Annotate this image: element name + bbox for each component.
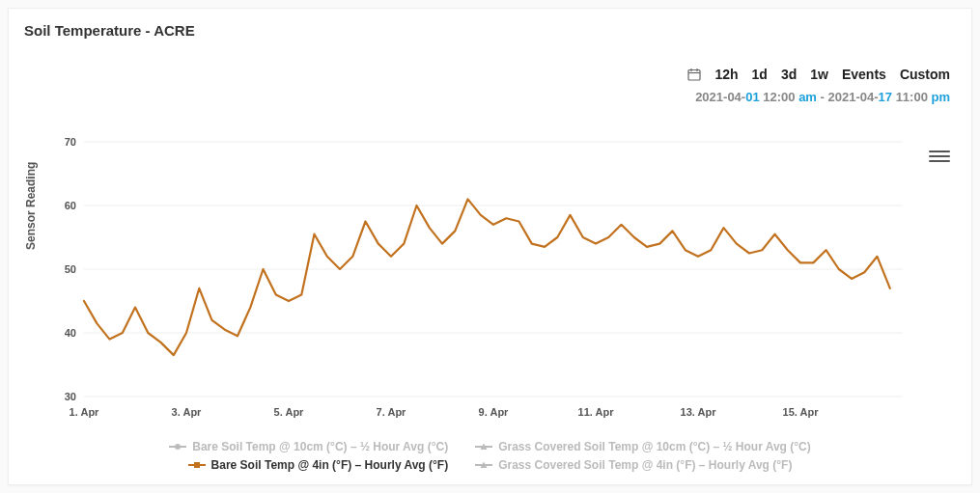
x-tick-label: 11. Apr bbox=[578, 406, 615, 418]
x-tick-label: 5. Apr bbox=[274, 406, 304, 418]
legend-swatch-icon bbox=[475, 442, 492, 452]
chart-menu-button[interactable] bbox=[929, 146, 950, 167]
legend-item[interactable]: Grass Covered Soil Temp @ 4in (°F) – Hou… bbox=[475, 456, 792, 475]
legend-swatch-icon bbox=[188, 460, 206, 470]
svg-point-10 bbox=[175, 444, 181, 450]
y-tick-label: 60 bbox=[65, 200, 76, 211]
x-tick-label: 15. Apr bbox=[783, 406, 820, 418]
x-tick-label: 3. Apr bbox=[172, 406, 202, 418]
date-to-day[interactable]: 17 bbox=[879, 90, 892, 104]
date-range-display: 2021-04-01 12:00 am - 2021-04-17 11:00 p… bbox=[687, 90, 950, 104]
chart-plot-area: 30405060701. Apr3. Apr5. Apr7. Apr9. Apr… bbox=[43, 134, 932, 424]
legend-label: Bare Soil Temp @ 4in (°F) – Hourly Avg (… bbox=[211, 456, 449, 475]
date-from-min: 00 bbox=[781, 90, 798, 104]
date-from-prefix: 2021-04- bbox=[695, 90, 745, 104]
range-button-12h[interactable]: 12h bbox=[714, 67, 738, 82]
date-separator: - bbox=[817, 90, 828, 104]
date-from-ampm[interactable]: am bbox=[798, 90, 817, 104]
y-tick-label: 70 bbox=[65, 136, 76, 148]
x-tick-label: 1. Apr bbox=[70, 406, 99, 418]
chart-card: Soil Temperature - ACRE 12h1d3d1wEventsC… bbox=[8, 8, 972, 485]
legend-item[interactable]: Bare Soil Temp @ 10cm (°C) – ½ Hour Avg … bbox=[169, 438, 448, 456]
range-button-1w[interactable]: 1w bbox=[810, 67, 828, 82]
y-tick-label: 30 bbox=[65, 391, 76, 402]
range-button-3d[interactable]: 3d bbox=[781, 67, 797, 82]
svg-rect-14 bbox=[194, 462, 200, 468]
legend-label: Grass Covered Soil Temp @ 10cm (°C) – ½ … bbox=[498, 438, 811, 456]
x-tick-label: 9. Apr bbox=[479, 406, 509, 418]
legend-swatch-icon bbox=[475, 460, 492, 470]
chart-legend: Bare Soil Temp @ 10cm (°C) – ½ Hour Avg … bbox=[9, 438, 971, 475]
legend-item[interactable]: Bare Soil Temp @ 4in (°F) – Hourly Avg (… bbox=[188, 456, 449, 475]
range-button-events[interactable]: Events bbox=[842, 67, 886, 82]
y-tick-label: 50 bbox=[65, 263, 76, 275]
time-range-controls: 12h1d3d1wEventsCustom 2021-04-01 12:00 a… bbox=[687, 67, 950, 104]
x-tick-label: 7. Apr bbox=[377, 406, 406, 418]
legend-swatch-icon bbox=[169, 442, 186, 452]
svg-rect-0 bbox=[688, 70, 700, 81]
date-to-min: 00 bbox=[913, 90, 931, 104]
calendar-icon[interactable] bbox=[687, 68, 701, 81]
y-axis-label: Sensor Reading bbox=[24, 162, 38, 250]
legend-label: Grass Covered Soil Temp @ 4in (°F) – Hou… bbox=[498, 456, 792, 475]
range-button-1d[interactable]: 1d bbox=[752, 67, 768, 82]
date-from-hour-sep: 12: bbox=[760, 90, 781, 104]
series-line bbox=[84, 199, 890, 355]
date-to-hour-sep: 11: bbox=[892, 90, 913, 104]
legend-label: Bare Soil Temp @ 10cm (°C) – ½ Hour Avg … bbox=[192, 438, 448, 456]
y-tick-label: 40 bbox=[65, 327, 76, 339]
date-to-prefix: 2021-04- bbox=[828, 90, 879, 104]
page-title: Soil Temperature - ACRE bbox=[24, 22, 958, 39]
range-button-group: 12h1d3d1wEventsCustom bbox=[687, 67, 950, 82]
date-from-day[interactable]: 01 bbox=[745, 90, 759, 104]
chart-svg: 30405060701. Apr3. Apr5. Apr7. Apr9. Apr… bbox=[43, 134, 932, 424]
date-to-ampm[interactable]: pm bbox=[932, 90, 951, 104]
range-button-custom[interactable]: Custom bbox=[900, 67, 950, 82]
x-tick-label: 13. Apr bbox=[681, 406, 717, 418]
legend-item[interactable]: Grass Covered Soil Temp @ 10cm (°C) – ½ … bbox=[475, 438, 811, 456]
